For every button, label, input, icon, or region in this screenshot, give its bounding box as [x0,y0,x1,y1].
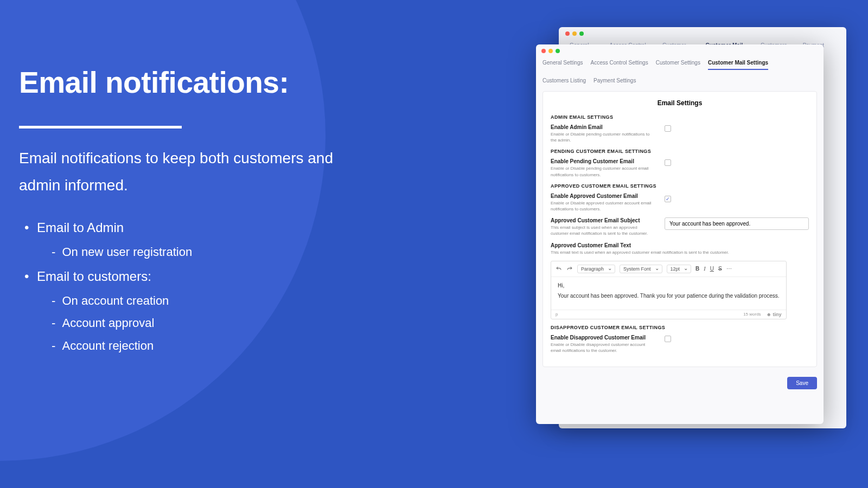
editor-line-greeting: Hi, [558,282,780,288]
tab-customer-settings[interactable]: Customer Settings [656,60,700,70]
approved-subject-desc: This email subject is used when an appro… [551,224,654,236]
paragraph-select[interactable]: Paragraph [577,265,615,273]
more-icon[interactable]: ⋯ [726,266,732,272]
admin-email-desc: Enable or Disable pending customer notif… [551,131,654,143]
tab-general[interactable]: General Settings [542,60,583,70]
approved-enable-desc: Enable or Disable approved customer acco… [551,200,654,212]
editor-footer: p 15 words ☻ tiny [551,310,786,319]
approved-subject-field: Approved Customer Email Subject This ema… [551,217,809,236]
page-title: Email notifications: [19,65,355,100]
approved-section-heading: APPROVED CUSTOMER EMAIL SETTINGS [551,183,809,189]
disapproved-email-checkbox[interactable] [665,336,671,342]
pending-email-checkbox[interactable] [665,159,671,166]
tab-payment-settings[interactable]: Payment Settings [593,78,636,87]
marketing-copy: Email notifications: Email notifications… [19,65,355,357]
strikethrough-icon[interactable]: S [718,266,722,272]
tab-customer-mail[interactable]: Customer Mail Settings [708,60,768,70]
approved-enable-field: Enable Approved Customer Email Enable or… [551,193,809,212]
disapproved-email-field: Enable Disapproved Customer Email Enable… [551,335,809,354]
bold-icon[interactable]: B [695,266,699,272]
tab-access-control[interactable]: Access Control Settings [591,60,648,70]
pending-email-desc: Enable or Disable pending customer accou… [551,165,654,177]
admin-email-label: Enable Admin Email [551,124,654,130]
save-button[interactable]: Save [787,377,817,389]
sub-bullet-creation: On account creation [52,290,355,312]
admin-email-checkbox[interactable] [665,125,671,132]
close-dot-icon[interactable] [541,49,546,53]
editor-toolbar: Paragraph System Font 12pt B I U S ⋯ [551,261,786,277]
undo-icon[interactable] [556,266,562,272]
admin-email-field: Enable Admin Email Enable or Disable pen… [551,124,809,143]
rich-text-editor: Paragraph System Font 12pt B I U S ⋯ Hi,… [551,261,787,319]
pending-section-heading: PENDING CUSTOMER EMAIL SETTINGS [551,149,809,154]
settings-window: General Settings Access Control Settings… [536,44,824,424]
sub-bullet-registration: On new user registration [52,241,355,264]
disapproved-section-heading: DISAPPROVED CUSTOMER EMAIL SETTINGS [551,325,809,330]
bullet-admin: Email to Admin On new user registration [19,215,355,264]
italic-icon[interactable]: I [704,266,705,272]
font-size-select[interactable]: 12pt [667,265,692,273]
approved-enable-label: Enable Approved Customer Email [551,193,654,199]
title-divider [19,126,182,129]
save-row: Save [536,371,824,395]
panel-title: Email Settings [551,99,809,107]
font-select[interactable]: System Font [620,265,662,273]
sub-bullet-rejection: Account rejection [52,335,355,357]
approved-text-field: Approved Customer Email Text This email … [551,242,809,319]
maximize-dot-icon[interactable] [556,49,560,53]
page-subtitle: Email notifications to keep both custome… [19,145,355,200]
redo-icon[interactable] [566,266,573,272]
traffic-lights-bg [565,31,840,36]
pending-email-label: Enable Pending Customer Email [551,158,654,164]
approved-text-label: Approved Customer Email Text [551,242,729,248]
bullet-admin-label: Email to Admin [37,220,124,235]
editor-word-count: 15 words [743,312,761,317]
underline-icon[interactable]: U [710,266,714,272]
bullet-customers: Email to customers: On account creation … [19,264,355,357]
pending-email-field: Enable Pending Customer Email Enable or … [551,158,809,177]
disapproved-email-label: Enable Disapproved Customer Email [551,335,654,341]
editor-line-body: Your account has been approved. Thank yo… [558,293,780,299]
bullet-customers-label: Email to customers: [37,269,151,284]
tiny-logo-icon: ☻ tiny [767,312,782,317]
disapproved-email-desc: Enable or Disable disapproved customer a… [551,342,654,354]
admin-section-heading: ADMIN EMAIL SETTINGS [551,114,809,120]
traffic-lights [536,44,824,57]
email-settings-panel: Email Settings ADMIN EMAIL SETTINGS Enab… [542,91,817,367]
settings-tabs: General Settings Access Control Settings… [536,57,824,87]
minimize-dot-icon[interactable] [548,49,553,53]
tab-customers-listing[interactable]: Customers Listing [542,78,586,87]
approved-text-desc: This email text is used when an approved… [551,249,729,255]
editor-element-path: p [556,312,558,317]
editor-content[interactable]: Hi, Your account has been approved. Than… [551,277,786,310]
approved-enable-checkbox[interactable]: ✓ [665,196,671,202]
approved-subject-label: Approved Customer Email Subject [551,217,654,223]
approved-subject-input[interactable] [665,217,809,230]
sub-bullet-approval: Account approval [52,312,355,335]
